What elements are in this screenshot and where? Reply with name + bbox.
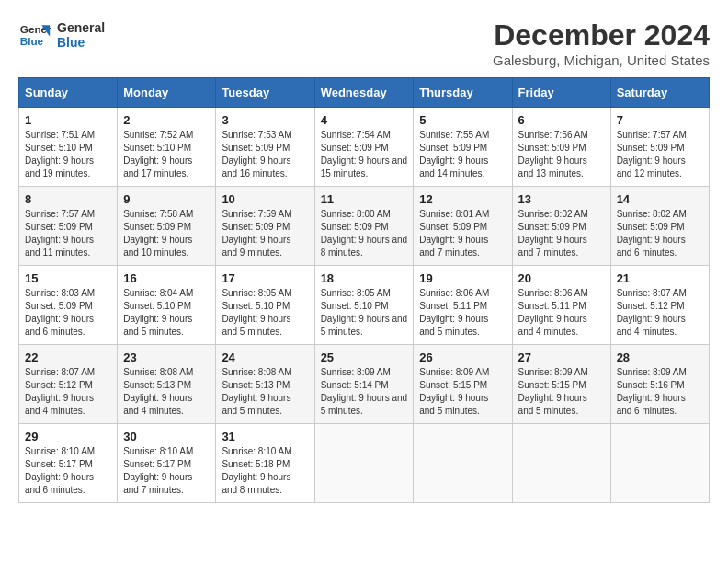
day-info: Sunrise: 7:55 AM Sunset: 5:09 PM Dayligh… [419, 129, 506, 180]
calendar-table: Sunday Monday Tuesday Wednesday Thursday… [18, 77, 710, 503]
sunset-label: Sunset: 5:10 PM [123, 301, 191, 311]
day-number: 20 [518, 271, 605, 285]
table-row: 2 Sunrise: 7:52 AM Sunset: 5:10 PM Dayli… [118, 108, 216, 187]
day-number: 13 [518, 192, 605, 206]
day-number: 21 [617, 271, 703, 285]
daylight-label: Daylight: 9 hours and 5 minutes. [123, 314, 192, 337]
sunrise-label: Sunrise: 8:10 AM [123, 446, 193, 456]
sunset-label: Sunset: 5:12 PM [617, 301, 685, 311]
sunrise-label: Sunrise: 8:09 AM [617, 367, 687, 377]
day-info: Sunrise: 8:05 AM Sunset: 5:10 PM Dayligh… [321, 287, 408, 339]
day-number: 3 [222, 113, 308, 127]
day-info: Sunrise: 8:02 AM Sunset: 5:09 PM Dayligh… [518, 208, 605, 259]
daylight-label: Daylight: 9 hours and 15 minutes. [321, 155, 408, 178]
sunset-label: Sunset: 5:09 PM [25, 301, 93, 311]
day-info: Sunrise: 8:07 AM Sunset: 5:12 PM Dayligh… [617, 287, 703, 339]
daylight-label: Daylight: 9 hours and 14 minutes. [419, 155, 488, 178]
sunrise-label: Sunrise: 8:02 AM [617, 209, 687, 219]
daylight-label: Daylight: 9 hours and 5 minutes. [222, 393, 290, 416]
day-number: 18 [321, 271, 408, 285]
day-info: Sunrise: 8:10 AM Sunset: 5:17 PM Dayligh… [25, 445, 111, 497]
table-row: 23 Sunrise: 8:08 AM Sunset: 5:13 PM Dayl… [118, 345, 216, 424]
sunset-label: Sunset: 5:09 PM [222, 143, 290, 153]
day-number: 31 [222, 430, 308, 443]
day-info: Sunrise: 7:58 AM Sunset: 5:09 PM Dayligh… [123, 208, 210, 259]
day-number: 7 [617, 113, 703, 127]
sunset-label: Sunset: 5:18 PM [222, 459, 290, 469]
daylight-label: Daylight: 9 hours and 6 minutes. [25, 472, 94, 495]
sunrise-label: Sunrise: 8:10 AM [222, 446, 291, 456]
sunset-label: Sunset: 5:10 PM [123, 143, 191, 153]
table-row: 11 Sunrise: 8:00 AM Sunset: 5:09 PM Dayl… [314, 187, 414, 266]
day-info: Sunrise: 7:56 AM Sunset: 5:09 PM Dayligh… [518, 129, 605, 180]
sunrise-label: Sunrise: 7:57 AM [617, 130, 687, 140]
sunset-label: Sunset: 5:09 PM [518, 143, 586, 153]
table-row: 20 Sunrise: 8:06 AM Sunset: 5:11 PM Dayl… [512, 266, 610, 345]
col-sunday: Sunday [19, 78, 118, 108]
col-wednesday: Wednesday [314, 78, 414, 108]
day-number: 22 [25, 350, 111, 364]
daylight-label: Daylight: 9 hours and 4 minutes. [617, 314, 686, 337]
sunset-label: Sunset: 5:16 PM [617, 380, 685, 390]
table-row [314, 424, 414, 503]
day-info: Sunrise: 7:59 AM Sunset: 5:09 PM Dayligh… [222, 208, 308, 259]
day-number: 17 [222, 271, 308, 285]
day-info: Sunrise: 8:02 AM Sunset: 5:09 PM Dayligh… [617, 208, 703, 259]
day-number: 1 [25, 113, 111, 127]
sunset-label: Sunset: 5:17 PM [123, 459, 191, 469]
sunset-label: Sunset: 5:09 PM [419, 143, 487, 153]
day-info: Sunrise: 8:03 AM Sunset: 5:09 PM Dayligh… [25, 287, 111, 339]
day-info: Sunrise: 8:00 AM Sunset: 5:09 PM Dayligh… [321, 208, 408, 259]
sunrise-label: Sunrise: 7:54 AM [321, 130, 391, 140]
sunset-label: Sunset: 5:15 PM [419, 380, 487, 390]
day-info: Sunrise: 8:09 AM Sunset: 5:16 PM Dayligh… [617, 366, 703, 418]
table-row: 10 Sunrise: 7:59 AM Sunset: 5:09 PM Dayl… [216, 187, 314, 266]
table-row: 13 Sunrise: 8:02 AM Sunset: 5:09 PM Dayl… [512, 187, 610, 266]
day-number: 28 [617, 350, 703, 364]
day-info: Sunrise: 8:01 AM Sunset: 5:09 PM Dayligh… [419, 208, 506, 259]
table-row: 27 Sunrise: 8:09 AM Sunset: 5:15 PM Dayl… [512, 345, 610, 424]
sunrise-label: Sunrise: 8:04 AM [123, 288, 193, 298]
sunrise-label: Sunrise: 7:52 AM [123, 130, 193, 140]
sunrise-label: Sunrise: 8:07 AM [617, 288, 687, 298]
day-number: 9 [123, 192, 210, 206]
sunrise-label: Sunrise: 8:08 AM [222, 367, 291, 377]
day-info: Sunrise: 7:51 AM Sunset: 5:10 PM Dayligh… [25, 129, 111, 180]
table-row: 7 Sunrise: 7:57 AM Sunset: 5:09 PM Dayli… [610, 108, 709, 187]
sunrise-label: Sunrise: 7:51 AM [25, 130, 95, 140]
day-number: 15 [25, 271, 111, 285]
day-info: Sunrise: 8:10 AM Sunset: 5:18 PM Dayligh… [222, 445, 308, 497]
day-number: 16 [123, 271, 210, 285]
sunrise-label: Sunrise: 7:57 AM [25, 209, 95, 219]
sunset-label: Sunset: 5:09 PM [617, 143, 685, 153]
sunrise-label: Sunrise: 8:05 AM [321, 288, 391, 298]
day-info: Sunrise: 7:54 AM Sunset: 5:09 PM Dayligh… [321, 129, 408, 180]
day-info: Sunrise: 8:10 AM Sunset: 5:17 PM Dayligh… [123, 445, 210, 497]
daylight-label: Daylight: 9 hours and 5 minutes. [518, 393, 587, 416]
day-number: 19 [419, 271, 506, 285]
day-info: Sunrise: 7:52 AM Sunset: 5:10 PM Dayligh… [123, 129, 210, 180]
day-number: 23 [123, 350, 210, 364]
sunrise-label: Sunrise: 8:10 AM [25, 446, 95, 456]
daylight-label: Daylight: 9 hours and 6 minutes. [617, 393, 686, 416]
logo-line1: General [57, 20, 105, 35]
table-row: 25 Sunrise: 8:09 AM Sunset: 5:14 PM Dayl… [314, 345, 414, 424]
day-number: 27 [518, 350, 605, 364]
day-number: 4 [321, 113, 408, 127]
table-row: 15 Sunrise: 8:03 AM Sunset: 5:09 PM Dayl… [19, 266, 118, 345]
table-row: 12 Sunrise: 8:01 AM Sunset: 5:09 PM Dayl… [414, 187, 512, 266]
sunrise-label: Sunrise: 7:53 AM [222, 130, 291, 140]
table-row: 1 Sunrise: 7:51 AM Sunset: 5:10 PM Dayli… [19, 108, 118, 187]
daylight-label: Daylight: 9 hours and 10 minutes. [123, 235, 192, 258]
daylight-label: Daylight: 9 hours and 4 minutes. [518, 314, 587, 337]
sunset-label: Sunset: 5:12 PM [25, 380, 93, 390]
sunset-label: Sunset: 5:09 PM [25, 222, 93, 232]
table-row: 4 Sunrise: 7:54 AM Sunset: 5:09 PM Dayli… [314, 108, 414, 187]
sunset-label: Sunset: 5:09 PM [617, 222, 685, 232]
table-row: 29 Sunrise: 8:10 AM Sunset: 5:17 PM Dayl… [19, 424, 118, 503]
sunrise-label: Sunrise: 8:08 AM [123, 367, 193, 377]
day-number: 11 [321, 192, 408, 206]
sunrise-label: Sunrise: 8:09 AM [518, 367, 588, 377]
sunset-label: Sunset: 5:13 PM [222, 380, 290, 390]
sunrise-label: Sunrise: 8:06 AM [419, 288, 489, 298]
